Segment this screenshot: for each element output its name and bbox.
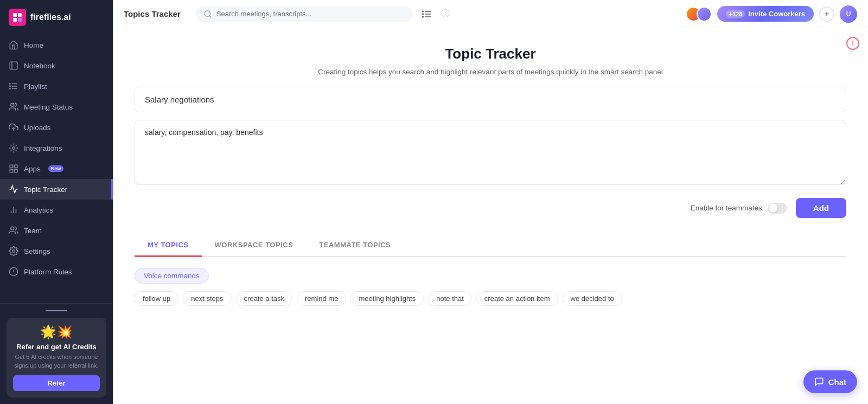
svg-point-11 bbox=[10, 86, 11, 87]
keyword-tag-create-a-task[interactable]: create a task bbox=[236, 291, 292, 306]
topics-area: Voice commands follow up next steps crea… bbox=[135, 268, 846, 306]
tab-my-topics[interactable]: MY TOPICS bbox=[135, 234, 202, 257]
svg-point-23 bbox=[11, 227, 14, 230]
tab-teammate-topics[interactable]: TEAMMATE TOPICS bbox=[306, 234, 404, 257]
home-icon bbox=[9, 40, 18, 50]
main-content: Topics Tracker ⓘ +128 Invite Coworkers +… bbox=[113, 0, 868, 404]
topbar-title: Topics Tracker bbox=[124, 9, 181, 18]
analytics-icon bbox=[9, 205, 18, 215]
meeting-icon bbox=[9, 102, 18, 112]
sidebar-item-team-label: Team bbox=[24, 227, 42, 235]
topic-chip-voice-commands[interactable]: Voice commands bbox=[135, 268, 209, 284]
topic-tracker-icon bbox=[9, 184, 18, 194]
sidebar-item-notebook-label: Notebook bbox=[24, 62, 55, 70]
sidebar-item-topic-tracker-label: Topic Tracker bbox=[24, 185, 67, 194]
sidebar-item-analytics[interactable]: Analytics bbox=[0, 200, 113, 220]
svg-point-15 bbox=[12, 147, 15, 150]
notebook-icon bbox=[9, 61, 18, 70]
sidebar-item-settings[interactable]: Settings bbox=[0, 241, 113, 261]
sidebar-divider bbox=[46, 310, 67, 311]
svg-rect-17 bbox=[15, 165, 17, 168]
sidebar-item-notebook[interactable]: Notebook bbox=[0, 55, 113, 76]
svg-rect-2 bbox=[18, 13, 22, 17]
topbar: Topics Tracker ⓘ +128 Invite Coworkers +… bbox=[113, 0, 868, 28]
svg-rect-0 bbox=[9, 9, 26, 26]
sidebar-item-apps[interactable]: Apps New bbox=[0, 158, 113, 179]
sidebar-logo: fireflies.ai bbox=[0, 0, 113, 33]
uploads-icon bbox=[9, 123, 18, 132]
sidebar-item-uploads-label: Uploads bbox=[24, 124, 51, 132]
svg-point-10 bbox=[10, 84, 11, 85]
add-topic-button[interactable]: Add bbox=[796, 198, 846, 218]
topic-chip-label: Voice commands bbox=[144, 272, 200, 280]
sidebar-item-settings-label: Settings bbox=[24, 247, 50, 255]
chat-fab-button[interactable]: Chat bbox=[803, 370, 857, 393]
sidebar-item-integrations[interactable]: Integrations bbox=[0, 138, 113, 158]
keyword-tag-note-that[interactable]: note that bbox=[428, 291, 472, 306]
sidebar-bottom: 🌟💥 Refer and get AI Credits Get 5 AI cre… bbox=[0, 303, 113, 404]
topic-name-input[interactable] bbox=[135, 87, 846, 112]
user-avatar[interactable]: U bbox=[840, 5, 857, 23]
integrations-icon bbox=[9, 143, 18, 153]
keyword-tag-meeting-highlights[interactable]: meeting highlights bbox=[350, 291, 424, 306]
enable-toggle-switch[interactable] bbox=[768, 203, 787, 214]
enable-toggle-container: Enable for teammates bbox=[691, 203, 787, 214]
keyword-tag-remind-me[interactable]: remind me bbox=[297, 291, 346, 306]
svg-point-28 bbox=[205, 11, 210, 17]
keyword-tag-we-decided-to[interactable]: we decided to bbox=[563, 291, 622, 306]
sidebar: fireflies.ai Home Notebook Playlist Meet… bbox=[0, 0, 113, 404]
sidebar-item-meeting-status[interactable]: Meeting Status bbox=[0, 97, 113, 117]
apps-icon bbox=[9, 164, 18, 174]
page-title: Topic Tracker bbox=[135, 46, 846, 62]
svg-point-35 bbox=[422, 16, 424, 17]
chat-fab-label: Chat bbox=[828, 377, 846, 387]
sidebar-item-uploads[interactable]: Uploads bbox=[0, 117, 113, 138]
keyword-tag-next-steps[interactable]: next steps bbox=[183, 291, 231, 306]
sidebar-item-home[interactable]: Home bbox=[0, 35, 113, 55]
page-content: ! Topic Tracker Creating topics helps yo… bbox=[113, 28, 868, 404]
svg-point-34 bbox=[422, 13, 424, 15]
sidebar-item-home-label: Home bbox=[24, 41, 43, 49]
toggle-knob bbox=[769, 204, 777, 213]
sidebar-item-playlist[interactable]: Playlist bbox=[0, 76, 113, 97]
filter-icon[interactable] bbox=[422, 9, 432, 20]
sidebar-item-meeting-status-label: Meeting Status bbox=[24, 103, 73, 111]
apps-new-badge: New bbox=[48, 165, 64, 172]
keyword-tag-create-action-item[interactable]: create an action item bbox=[476, 291, 558, 306]
search-input[interactable] bbox=[216, 10, 405, 18]
invite-coworkers-button[interactable]: +128 Invite Coworkers bbox=[717, 6, 814, 22]
referral-description: Get 5 AI credits when someone signs up u… bbox=[13, 353, 100, 370]
corner-info-button[interactable]: ! bbox=[846, 37, 859, 50]
svg-line-29 bbox=[209, 16, 211, 17]
svg-rect-5 bbox=[10, 62, 17, 69]
svg-rect-4 bbox=[18, 18, 22, 22]
info-icon[interactable]: ⓘ bbox=[441, 8, 450, 20]
sidebar-item-topic-tracker[interactable]: Topic Tracker bbox=[0, 179, 113, 200]
rules-icon bbox=[9, 267, 18, 277]
team-icon bbox=[9, 226, 18, 235]
referral-title: Refer and get AI Credits bbox=[13, 343, 100, 351]
sidebar-item-integrations-label: Integrations bbox=[24, 144, 62, 152]
svg-rect-19 bbox=[15, 170, 17, 172]
enable-label: Enable for teammates bbox=[691, 204, 762, 212]
avatar-group bbox=[686, 7, 712, 22]
plus-badge: +128 bbox=[726, 10, 745, 18]
page-header: Topic Tracker Creating topics helps you … bbox=[135, 28, 846, 87]
invite-button-label: Invite Coworkers bbox=[748, 10, 805, 18]
sidebar-item-platform-rules[interactable]: Platform Rules bbox=[0, 261, 113, 282]
svg-rect-16 bbox=[10, 165, 12, 168]
sidebar-item-platform-rules-label: Platform Rules bbox=[24, 268, 72, 276]
svg-rect-1 bbox=[13, 13, 17, 17]
svg-point-12 bbox=[10, 88, 11, 89]
keyword-tag-follow-up[interactable]: follow up bbox=[135, 291, 178, 306]
search-icon bbox=[203, 10, 212, 18]
topbar-right: +128 Invite Coworkers + U bbox=[686, 5, 857, 23]
refer-button[interactable]: Refer bbox=[13, 375, 100, 391]
list-item: Voice commands follow up next steps crea… bbox=[135, 268, 846, 306]
topic-actions: Enable for teammates Add bbox=[135, 198, 846, 218]
add-button[interactable]: + bbox=[819, 7, 834, 22]
playlist-icon bbox=[9, 81, 18, 91]
tab-workspace-topics[interactable]: WORKSPACE TOPICS bbox=[202, 234, 307, 257]
topic-keywords-textarea[interactable]: salary, compensation, pay, benefits bbox=[135, 120, 846, 185]
sidebar-item-team[interactable]: Team bbox=[0, 220, 113, 241]
